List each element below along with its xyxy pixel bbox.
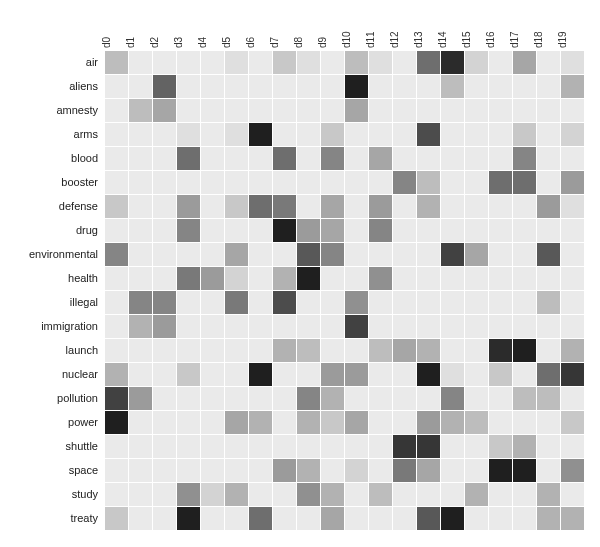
heatmap-cell bbox=[273, 387, 296, 410]
heatmap-cell bbox=[225, 123, 248, 146]
heatmap-cell bbox=[537, 219, 560, 242]
heatmap-cell bbox=[129, 147, 152, 170]
heatmap-cell bbox=[321, 507, 344, 530]
heatmap-cell bbox=[369, 411, 392, 434]
heatmap-row: defense bbox=[10, 194, 590, 218]
heatmap-row: launch bbox=[10, 338, 590, 362]
heatmap-cell bbox=[441, 315, 464, 338]
column-header: d16 bbox=[484, 10, 508, 50]
heatmap-cell bbox=[273, 459, 296, 482]
column-header: d11 bbox=[364, 10, 388, 50]
heatmap-cell bbox=[513, 411, 536, 434]
heatmap-cell bbox=[489, 123, 512, 146]
heatmap-cell bbox=[393, 387, 416, 410]
column-label: d3 bbox=[173, 37, 184, 48]
heatmap-row: treaty bbox=[10, 506, 590, 530]
heatmap-cell bbox=[201, 339, 224, 362]
heatmap-cell bbox=[465, 459, 488, 482]
heatmap-cell bbox=[105, 219, 128, 242]
heatmap-cell bbox=[129, 459, 152, 482]
heatmap-cell bbox=[225, 315, 248, 338]
heatmap-cell bbox=[273, 411, 296, 434]
heatmap-cell bbox=[513, 51, 536, 74]
heatmap-cell bbox=[201, 315, 224, 338]
heatmap-cell bbox=[561, 363, 584, 386]
heatmap-cell bbox=[537, 459, 560, 482]
heatmap-cell bbox=[417, 411, 440, 434]
heatmap-cell bbox=[177, 171, 200, 194]
column-label: d6 bbox=[245, 37, 256, 48]
heatmap-cell bbox=[489, 507, 512, 530]
column-label: d14 bbox=[437, 31, 448, 48]
heatmap-cell bbox=[153, 75, 176, 98]
heatmap-cell bbox=[465, 507, 488, 530]
heatmap-cell bbox=[345, 99, 368, 122]
heatmap-cell bbox=[465, 75, 488, 98]
heatmap-cell bbox=[177, 219, 200, 242]
heatmap-cell bbox=[345, 51, 368, 74]
heatmap-cell bbox=[129, 243, 152, 266]
heatmap-cell bbox=[513, 315, 536, 338]
heatmap-cell bbox=[297, 147, 320, 170]
heatmap-row: air bbox=[10, 50, 590, 74]
heatmap-cell bbox=[129, 51, 152, 74]
heatmap-cell bbox=[465, 483, 488, 506]
heatmap-cell bbox=[513, 363, 536, 386]
heatmap-cell bbox=[417, 195, 440, 218]
heatmap-cell bbox=[177, 411, 200, 434]
heatmap-cell bbox=[201, 99, 224, 122]
heatmap-cell bbox=[177, 363, 200, 386]
heatmap-cell bbox=[201, 51, 224, 74]
heatmap-cell bbox=[129, 75, 152, 98]
heatmap-cell bbox=[393, 147, 416, 170]
row-label: illegal bbox=[10, 296, 104, 308]
heatmap-cell bbox=[417, 363, 440, 386]
heatmap-cell bbox=[441, 363, 464, 386]
heatmap-cell bbox=[489, 291, 512, 314]
column-label: d13 bbox=[413, 31, 424, 48]
heatmap-row: shuttle bbox=[10, 434, 590, 458]
heatmap-cell bbox=[393, 363, 416, 386]
heatmap-cell bbox=[345, 195, 368, 218]
heatmap-cell bbox=[321, 123, 344, 146]
column-header: d12 bbox=[388, 10, 412, 50]
heatmap-cell bbox=[441, 195, 464, 218]
heatmap-cell bbox=[201, 123, 224, 146]
column-header: d19 bbox=[556, 10, 580, 50]
heatmap-cell bbox=[345, 315, 368, 338]
heatmap-cell bbox=[393, 315, 416, 338]
heatmap-cell bbox=[417, 315, 440, 338]
heatmap-cell bbox=[105, 435, 128, 458]
heatmap-cell bbox=[225, 411, 248, 434]
heatmap-cell bbox=[273, 123, 296, 146]
heatmap-cell bbox=[345, 171, 368, 194]
heatmap-row: amnesty bbox=[10, 98, 590, 122]
heatmap-cell bbox=[345, 387, 368, 410]
heatmap-cell bbox=[465, 387, 488, 410]
heatmap-cell bbox=[105, 99, 128, 122]
heatmap-cell bbox=[561, 219, 584, 242]
heatmap-cell bbox=[489, 99, 512, 122]
heatmap-cell bbox=[297, 507, 320, 530]
column-label: d19 bbox=[557, 31, 568, 48]
heatmap-cell bbox=[393, 339, 416, 362]
heatmap-cell bbox=[489, 171, 512, 194]
heatmap-cell bbox=[561, 315, 584, 338]
heatmap-cell bbox=[561, 339, 584, 362]
heatmap-cell bbox=[225, 291, 248, 314]
heatmap-cell bbox=[153, 267, 176, 290]
heatmap-cell bbox=[321, 387, 344, 410]
heatmap-cell bbox=[273, 51, 296, 74]
heatmap-cell bbox=[321, 75, 344, 98]
heatmap-cell bbox=[393, 243, 416, 266]
heatmap-cell bbox=[441, 147, 464, 170]
heatmap-cell bbox=[513, 387, 536, 410]
heatmap-cell bbox=[369, 483, 392, 506]
column-label: d7 bbox=[269, 37, 280, 48]
heatmap-cell bbox=[441, 171, 464, 194]
heatmap-cell bbox=[561, 483, 584, 506]
heatmap-cell bbox=[297, 75, 320, 98]
heatmap-cell bbox=[249, 51, 272, 74]
heatmap-cell bbox=[465, 99, 488, 122]
heatmap-cell bbox=[441, 75, 464, 98]
